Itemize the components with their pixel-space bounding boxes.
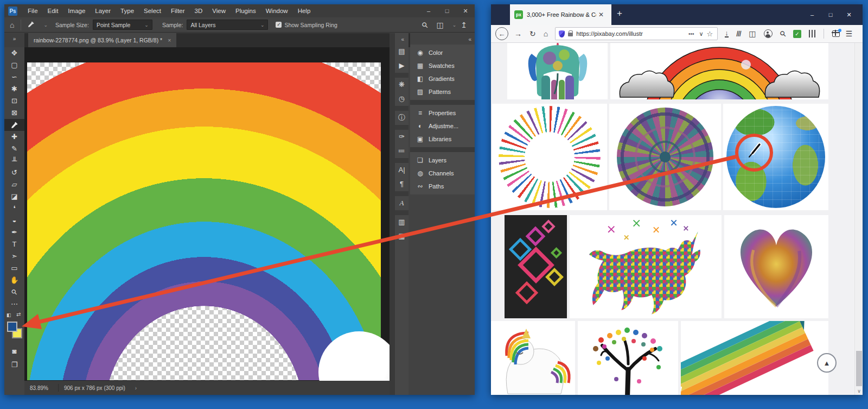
rainbow-document-image[interactable] — [27, 62, 381, 380]
panel-tab-gradients[interactable]: ◧Gradients — [410, 72, 475, 85]
menu-edit[interactable]: Edit — [43, 4, 63, 17]
library-icon[interactable]: Ⅲ — [735, 29, 742, 38]
dock-collapse-icon[interactable]: « — [410, 33, 475, 45]
bookmark-star-icon[interactable]: ☆ — [707, 30, 713, 38]
character-icon[interactable]: A| — [395, 163, 409, 177]
character-styles-icon[interactable]: ▥ — [395, 215, 409, 229]
chevron-down-icon[interactable]: ⌄ — [43, 22, 48, 28]
checker-extension-icon[interactable]: ✓ — [793, 30, 801, 38]
browser-tab[interactable]: px 3,000+ Free Rainbow & Colorfu ✕ — [510, 4, 611, 25]
healing-brush-tool[interactable]: ✚ — [4, 131, 24, 143]
scroll-to-top-button[interactable]: ▲ — [817, 353, 837, 373]
screen-mode-icon[interactable]: ❐ — [4, 359, 24, 371]
frame-tool[interactable]: ⊠ — [4, 107, 24, 119]
scrollbar-down-icon[interactable]: ∨ — [855, 388, 863, 394]
ps-close-button[interactable]: ✕ — [456, 4, 475, 17]
version-history-icon[interactable]: ▤ — [395, 45, 409, 59]
menu-file[interactable]: File — [23, 4, 43, 17]
fx-minimize-button[interactable]: – — [803, 4, 821, 25]
account-icon[interactable] — [764, 29, 773, 38]
fx-maximize-button[interactable]: □ — [821, 4, 840, 25]
panel-tab-color[interactable]: ◉Color — [410, 46, 475, 59]
panel-tab-swatches[interactable]: ▦Swatches — [410, 59, 475, 72]
sampling-ring-checkbox[interactable]: ✓ — [276, 22, 282, 28]
image-iridescent-heart[interactable] — [724, 215, 828, 318]
status-chevron-icon[interactable]: › — [135, 385, 137, 391]
move-tool[interactable]: ✥ — [4, 47, 24, 59]
crop-tool[interactable]: ⊡ — [4, 95, 24, 107]
forward-button[interactable]: → — [514, 29, 522, 38]
search-extension-icon[interactable]: ⚲ — [777, 29, 788, 39]
downloads-icon[interactable]: ↓ — [725, 30, 729, 37]
brush-settings-icon[interactable]: ✑ — [395, 130, 409, 144]
scrollbar-thumb[interactable] — [856, 351, 862, 386]
image-rainbow-with-clouds[interactable] — [610, 43, 828, 99]
workspace-icon[interactable]: ◫ — [436, 21, 443, 29]
eraser-tool[interactable]: ▱ — [4, 179, 24, 191]
menu-select[interactable]: Select — [139, 4, 166, 17]
image-rainbow-mane-unicorn[interactable] — [491, 321, 575, 395]
menu-view[interactable]: View — [207, 4, 231, 17]
quick-mask-icon[interactable]: ◙ — [4, 345, 24, 357]
image-rainbow-ribbon[interactable] — [681, 321, 828, 395]
image-earth-globe[interactable] — [723, 104, 828, 210]
menu-filter[interactable]: Filter — [166, 4, 190, 17]
panel-tab-paths[interactable]: ∾Paths — [410, 180, 475, 193]
sample-size-dropdown[interactable]: Point Sample⌄ — [93, 20, 152, 30]
history-brush-tool[interactable]: ↺ — [4, 167, 24, 179]
type-tool[interactable]: T — [4, 238, 24, 250]
default-colors-icon[interactable]: ◧ — [7, 312, 11, 318]
share-icon[interactable]: ↥ — [461, 21, 467, 29]
close-tab-icon[interactable]: ✕ — [598, 11, 604, 18]
chevron-down-icon[interactable]: ⌄ — [452, 22, 457, 28]
menu-3d[interactable]: 3D — [190, 4, 208, 17]
rectangle-tool[interactable]: ▭ — [4, 262, 24, 274]
ps-canvas-area[interactable] — [24, 47, 390, 381]
home-icon[interactable]: ⌂ — [10, 21, 14, 29]
toolbar-collapse-icon[interactable]: » — [4, 33, 24, 47]
menu-image[interactable]: Image — [63, 4, 90, 17]
image-mosaic-unicorn[interactable] — [570, 215, 722, 318]
sidebar-icon[interactable]: ◫ — [749, 29, 756, 38]
menu-layer[interactable]: Layer — [90, 4, 116, 17]
image-neon-gradient-squares[interactable] — [505, 215, 567, 318]
document-tab[interactable]: rainbow-2278774.png @ 83.9% (Layer 1, RG… — [28, 33, 176, 47]
menu-plugins[interactable]: Plugins — [231, 4, 261, 17]
panel-tab-adjustments[interactable]: ◐Adjustme... — [410, 119, 475, 133]
actions-icon[interactable]: ▶ — [395, 59, 409, 73]
reload-button[interactable]: ↻ — [529, 29, 536, 38]
dock-collapse-icon[interactable]: « — [395, 33, 409, 45]
gradient-tool[interactable]: ◪ — [4, 191, 24, 203]
fx-close-button[interactable]: ✕ — [840, 4, 858, 25]
panel-tab-libraries[interactable]: ▣Libraries — [410, 133, 475, 146]
styles-icon[interactable]: ❋ — [395, 78, 409, 92]
panel-tab-channels[interactable]: ◍Channels — [410, 167, 475, 180]
gift-extension-icon[interactable] — [832, 30, 840, 37]
ps-minimize-button[interactable]: – — [419, 4, 438, 17]
brush-tool[interactable]: ✎ — [4, 143, 24, 155]
glyphs-icon[interactable]: A — [395, 196, 409, 210]
browser-scrollbar[interactable]: ∨ — [854, 43, 863, 395]
path-selection-tool[interactable]: ➣ — [4, 250, 24, 262]
page-actions-icon[interactable]: ••• — [688, 31, 694, 37]
new-tab-button[interactable]: + — [617, 8, 622, 19]
image-colorful-elephant[interactable] — [507, 43, 608, 99]
history-icon[interactable]: ◷ — [395, 92, 409, 106]
pocket-icon[interactable]: ∨ — [699, 30, 703, 37]
panel-tab-patterns[interactable]: ▨Patterns — [410, 85, 475, 98]
sample-dropdown[interactable]: All Layers⌄ — [187, 20, 268, 30]
tracking-shield-icon[interactable] — [559, 30, 565, 37]
menu-window[interactable]: Window — [261, 4, 293, 17]
home-button[interactable]: ⌂ — [544, 29, 548, 38]
url-text[interactable]: https://pixabay.com/illustr — [576, 30, 686, 37]
search-icon[interactable]: ⚲ — [420, 20, 430, 30]
eyedropper-tool[interactable] — [4, 119, 24, 131]
image-psychedelic-mandala[interactable] — [609, 104, 721, 210]
clone-stamp-tool[interactable]: ╨ — [4, 155, 24, 167]
image-hearts-tree[interactable] — [578, 321, 678, 395]
lasso-tool[interactable]: ∽ — [4, 71, 24, 83]
menu-type[interactable]: Type — [116, 4, 139, 17]
address-bar[interactable]: https://pixabay.com/illustr ••• ∨ ☆ — [555, 27, 718, 40]
menu-help[interactable]: Help — [293, 4, 316, 17]
zoom-level[interactable]: 83.89% — [30, 385, 58, 391]
